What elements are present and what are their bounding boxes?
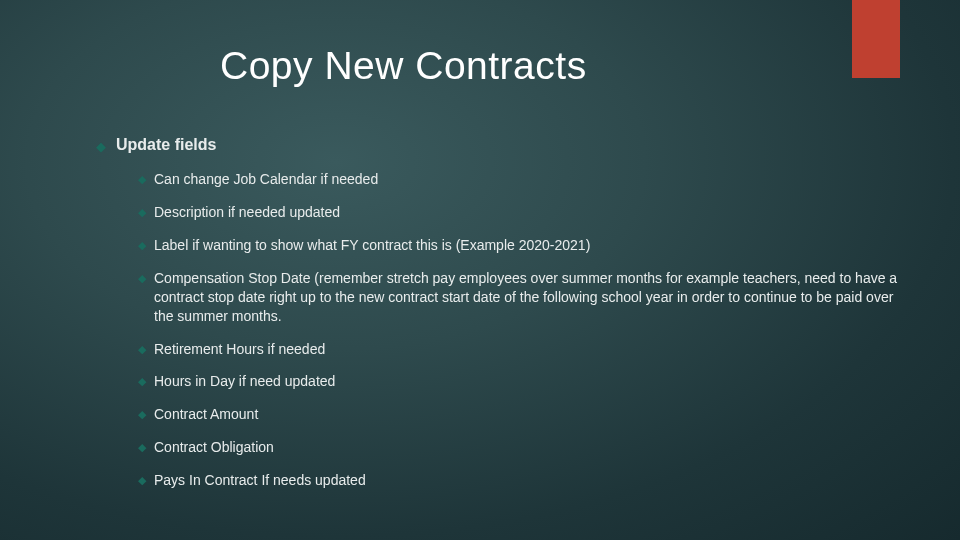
diamond-bullet-icon: ◆	[138, 472, 146, 489]
list-item-text: Description if needed updated	[154, 203, 340, 222]
diamond-bullet-icon: ◆	[138, 406, 146, 423]
diamond-bullet-icon: ◆	[138, 204, 146, 221]
diamond-bullet-icon: ◆	[138, 171, 146, 188]
accent-bar	[852, 0, 900, 78]
diamond-bullet-icon: ◆	[96, 138, 106, 156]
main-item: ◆ Update fields	[96, 136, 900, 156]
diamond-bullet-icon: ◆	[138, 341, 146, 358]
list-item: ◆ Compensation Stop Date (remember stret…	[138, 269, 900, 326]
diamond-bullet-icon: ◆	[138, 373, 146, 390]
list-item: ◆ Description if needed updated	[138, 203, 900, 222]
list-item-text: Contract Amount	[154, 405, 258, 424]
list-item-text: Compensation Stop Date (remember stretch…	[154, 269, 900, 326]
list-item: ◆ Can change Job Calendar if needed	[138, 170, 900, 189]
list-item: ◆ Pays In Contract If needs updated	[138, 471, 900, 490]
list-item-text: Pays In Contract If needs updated	[154, 471, 366, 490]
list-item-text: Hours in Day if need updated	[154, 372, 335, 391]
sub-list: ◆ Can change Job Calendar if needed ◆ De…	[138, 170, 900, 490]
diamond-bullet-icon: ◆	[138, 270, 146, 287]
slide-title: Copy New Contracts	[220, 44, 900, 88]
main-list: ◆ Update fields	[96, 136, 900, 156]
list-item-text: Retirement Hours if needed	[154, 340, 325, 359]
list-item-text: Label if wanting to show what FY contrac…	[154, 236, 590, 255]
list-item: ◆ Hours in Day if need updated	[138, 372, 900, 391]
list-item-text: Contract Obligation	[154, 438, 274, 457]
slide-content: Copy New Contracts ◆ Update fields ◆ Can…	[0, 0, 960, 490]
list-item: ◆ Label if wanting to show what FY contr…	[138, 236, 900, 255]
list-item: ◆ Contract Amount	[138, 405, 900, 424]
diamond-bullet-icon: ◆	[138, 439, 146, 456]
list-item: ◆ Contract Obligation	[138, 438, 900, 457]
list-item-text: Can change Job Calendar if needed	[154, 170, 378, 189]
diamond-bullet-icon: ◆	[138, 237, 146, 254]
list-item: ◆ Retirement Hours if needed	[138, 340, 900, 359]
main-item-label: Update fields	[116, 136, 216, 154]
